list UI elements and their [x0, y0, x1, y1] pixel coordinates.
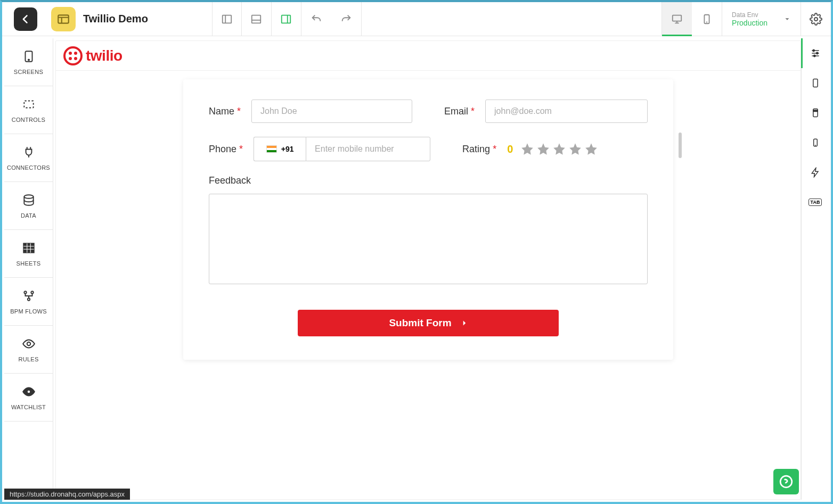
- star-icon[interactable]: [536, 142, 550, 156]
- layout-icon: [56, 12, 70, 26]
- layout-bottom-icon: [250, 13, 262, 25]
- phone-small-icon: [810, 137, 821, 148]
- star-icon[interactable]: [520, 142, 534, 156]
- sidebar-label: SCREENS: [14, 69, 43, 75]
- svg-point-17: [813, 49, 814, 51]
- layout-right-panel-button[interactable]: [272, 2, 301, 36]
- undo-button[interactable]: [301, 2, 331, 36]
- undo-redo-group: [301, 2, 362, 36]
- data-env-selector[interactable]: Data Env Production: [722, 2, 801, 36]
- sidebar-label: DATA: [21, 212, 36, 219]
- svg-point-6: [814, 18, 818, 21]
- required-marker: *: [471, 106, 475, 117]
- sidebar-item-controls[interactable]: CONTROLS: [4, 86, 53, 134]
- phone-field: Phone * +91: [209, 137, 430, 161]
- svg-rect-1: [223, 15, 232, 23]
- right-tab-device1[interactable]: [802, 68, 829, 98]
- settings-button[interactable]: [801, 13, 831, 26]
- undo-icon: [311, 13, 322, 25]
- star-icon[interactable]: [568, 142, 582, 156]
- sidebar-item-screens[interactable]: SCREENS: [4, 38, 53, 86]
- svg-point-18: [816, 52, 818, 54]
- svg-point-15: [27, 342, 30, 345]
- sidebar-item-rules[interactable]: RULES: [4, 326, 53, 374]
- submit-label: Submit Form: [389, 317, 451, 329]
- gear-icon: [810, 13, 822, 26]
- sidebar-item-connectors[interactable]: CONNECTORS: [4, 134, 53, 182]
- sidebar-item-bpmflows[interactable]: BPM FLOWS: [4, 278, 53, 326]
- status-bar-url: https://studio.dronahq.com/apps.aspx: [4, 489, 130, 500]
- required-marker: *: [237, 106, 241, 117]
- submit-button[interactable]: Submit Form: [298, 310, 559, 336]
- sidebar-label: SHEETS: [17, 260, 41, 267]
- sidebar-label: BPM FLOWS: [10, 308, 47, 315]
- data-icon: [22, 193, 36, 207]
- sidebar-item-watchlist[interactable]: WATCHLIST: [4, 374, 53, 422]
- back-button[interactable]: [14, 7, 37, 31]
- right-tab-device2[interactable]: [802, 98, 829, 128]
- layout-bottom-panel-button[interactable]: [242, 2, 272, 36]
- feedback-label: Feedback: [209, 175, 648, 186]
- sidebar-item-sheets[interactable]: SHEETS: [4, 230, 53, 278]
- phone-input[interactable]: [306, 137, 430, 161]
- controls-icon: [22, 97, 36, 111]
- sidebar-label: WATCHLIST: [11, 404, 46, 410]
- right-tab-lightning[interactable]: [802, 158, 829, 187]
- sidebar-item-data[interactable]: DATA: [4, 182, 53, 230]
- star-icon[interactable]: [584, 142, 598, 156]
- desktop-preview-button[interactable]: [662, 2, 692, 36]
- mobile-preview-button[interactable]: [692, 2, 722, 36]
- star-icon[interactable]: [552, 142, 566, 156]
- svg-rect-0: [58, 15, 69, 23]
- svg-rect-2: [252, 15, 261, 23]
- env-label: Data Env: [732, 11, 767, 19]
- right-tab-sliders[interactable]: [802, 38, 829, 68]
- svg-rect-3: [282, 15, 291, 23]
- name-input[interactable]: [251, 100, 412, 123]
- phone-country-code[interactable]: +91: [254, 137, 306, 161]
- mobile-icon: [701, 13, 713, 25]
- name-label: Name: [209, 106, 234, 117]
- rating-stars[interactable]: [520, 142, 598, 156]
- svg-rect-4: [673, 15, 682, 21]
- env-value: Production: [732, 19, 767, 27]
- required-marker: *: [493, 144, 496, 154]
- topbar: Twillio Demo Data Env Production: [2, 2, 831, 36]
- svg-rect-11: [23, 243, 34, 252]
- svg-rect-22: [813, 110, 817, 112]
- svg-point-13: [31, 291, 33, 293]
- card-scrollbar[interactable]: [679, 133, 682, 158]
- phone-outline-icon: [810, 78, 821, 88]
- watchlist-icon: [22, 385, 36, 399]
- phone-label: Phone: [209, 144, 236, 154]
- twilio-logo-icon: [63, 46, 83, 65]
- feedback-textarea[interactable]: [209, 194, 648, 284]
- connectors-icon: [22, 145, 36, 159]
- svg-point-8: [28, 59, 29, 60]
- layout-right-icon: [280, 13, 292, 25]
- app-icon: [51, 7, 76, 31]
- sidebar-label: CONTROLS: [12, 117, 46, 123]
- rating-label: Rating: [462, 144, 490, 154]
- design-canvas[interactable]: twilio Name * Email * Phone * +91: [55, 40, 801, 500]
- layout-left-panel-button[interactable]: [212, 2, 242, 36]
- form-card: Name * Email * Phone * +91 Ra: [183, 79, 673, 360]
- help-button[interactable]: [773, 469, 799, 494]
- email-field: Email *: [444, 100, 648, 123]
- phone-filled-icon: [810, 108, 821, 118]
- redo-button[interactable]: [331, 2, 361, 36]
- bpmflows-icon: [22, 289, 36, 303]
- layout-left-icon: [221, 13, 233, 25]
- device-preview-group: [662, 2, 722, 36]
- phone-cc-value: +91: [281, 145, 294, 153]
- svg-point-16: [27, 390, 30, 393]
- svg-point-12: [24, 291, 26, 293]
- rating-value: 0: [507, 143, 513, 155]
- app-title: Twillio Demo: [83, 13, 148, 25]
- canvas-header: twilio: [56, 41, 801, 71]
- right-tab-device3[interactable]: [802, 128, 829, 158]
- svg-point-14: [27, 298, 29, 300]
- email-input[interactable]: [485, 100, 648, 123]
- right-tab-tab[interactable]: TAB: [802, 187, 829, 217]
- svg-point-19: [813, 55, 815, 56]
